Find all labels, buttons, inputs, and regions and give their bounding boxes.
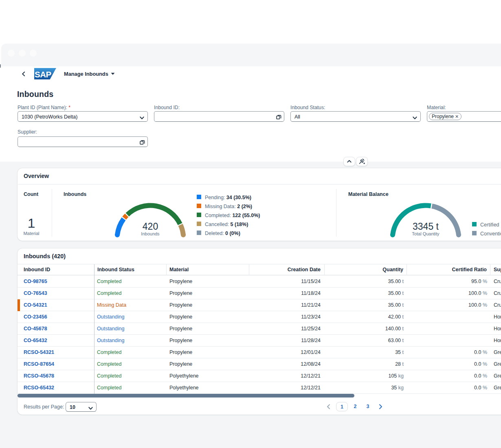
svg-text:SAP: SAP: [35, 70, 51, 79]
